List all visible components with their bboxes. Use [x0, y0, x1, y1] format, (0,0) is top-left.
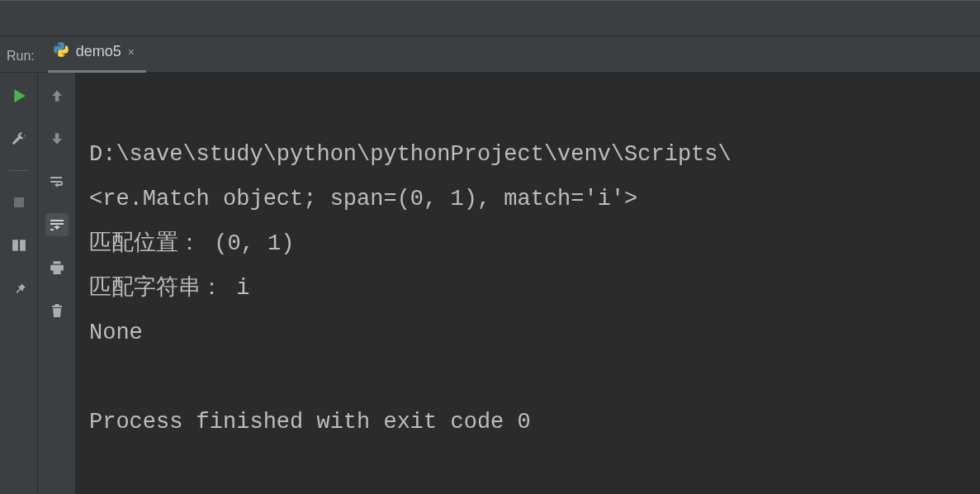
- wrench-icon[interactable]: [7, 127, 31, 150]
- console-output[interactable]: D:\save\study\python\pythonProject\venv\…: [76, 73, 980, 494]
- close-icon[interactable]: ×: [128, 45, 135, 59]
- svg-rect-1: [12, 240, 18, 251]
- watermark: CSDN @红目香薰: [864, 479, 972, 494]
- gutter-toolbars: [0, 73, 76, 494]
- console-line: None: [89, 321, 143, 345]
- divider: [9, 170, 29, 171]
- console-line: 匹配位置： (0, 1): [89, 231, 294, 256]
- console-line: Process finished with exit code 0: [89, 410, 531, 435]
- main-area: D:\save\study\python\pythonProject\venv\…: [0, 73, 980, 494]
- stop-button[interactable]: [7, 191, 31, 214]
- console-line: D:\save\study\python\pythonProject\venv\…: [89, 142, 731, 167]
- arrow-up-icon[interactable]: [45, 84, 69, 107]
- tab-label: demo5: [76, 43, 121, 60]
- toolbar-right: [38, 73, 76, 494]
- soft-wrap-icon[interactable]: [45, 170, 69, 193]
- pin-icon[interactable]: [7, 277, 31, 300]
- scroll-to-end-icon[interactable]: [45, 213, 69, 236]
- python-icon: [53, 41, 69, 62]
- print-icon[interactable]: [45, 256, 69, 279]
- trash-icon[interactable]: [45, 299, 69, 322]
- svg-rect-0: [14, 197, 24, 207]
- run-label: Run:: [5, 49, 48, 72]
- toolbar-left: [0, 73, 38, 494]
- arrow-down-icon[interactable]: [45, 127, 69, 150]
- run-panel-header: Run: demo5 ×: [0, 36, 980, 73]
- console-line: <re.Match object; span=(0, 1), match='i'…: [89, 187, 637, 211]
- tab-demo5[interactable]: demo5 ×: [48, 35, 146, 73]
- console-line: 匹配字符串： i: [89, 276, 249, 301]
- run-button[interactable]: [7, 84, 31, 107]
- top-spacer: [0, 0, 980, 36]
- layout-icon[interactable]: [7, 234, 31, 257]
- svg-rect-2: [20, 240, 26, 251]
